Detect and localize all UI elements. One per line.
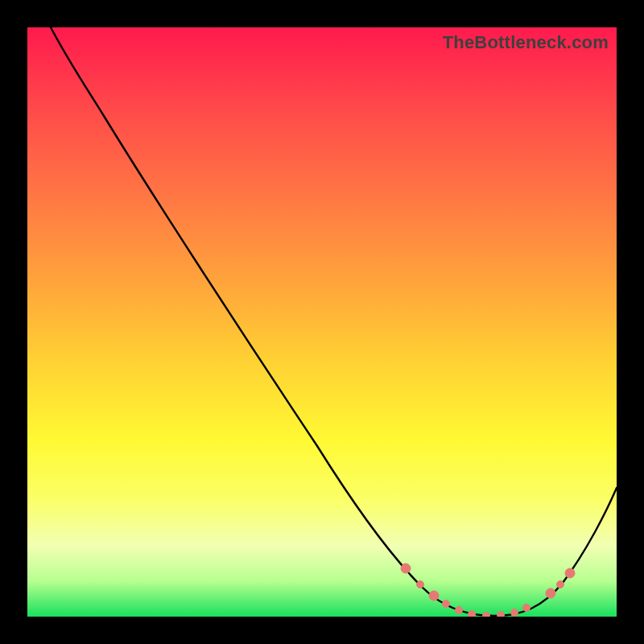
svg-point-9 — [523, 605, 530, 612]
svg-point-3 — [443, 601, 450, 608]
watermark-text: TheBottleneck.com — [443, 32, 609, 53]
svg-point-12 — [565, 568, 575, 578]
svg-point-6 — [483, 613, 490, 617]
svg-point-2 — [429, 591, 439, 601]
svg-point-5 — [469, 611, 476, 617]
svg-point-1 — [417, 581, 424, 588]
svg-point-0 — [401, 564, 411, 573]
svg-point-8 — [511, 609, 518, 617]
bottleneck-curve — [27, 27, 617, 617]
svg-point-7 — [497, 612, 505, 617]
svg-point-4 — [456, 607, 463, 614]
highlight-dots — [401, 564, 575, 617]
curve-path — [51, 27, 617, 616]
plot-area: TheBottleneck.com — [27, 27, 617, 617]
svg-point-11 — [557, 581, 564, 588]
chart-frame: TheBottleneck.com — [0, 0, 644, 644]
svg-point-10 — [546, 588, 555, 598]
